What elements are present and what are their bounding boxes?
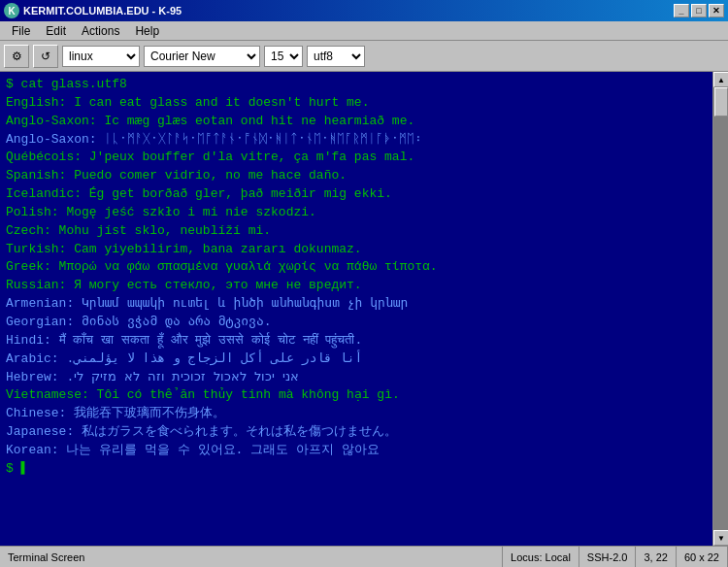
minimize-button[interactable]: _ xyxy=(674,4,689,17)
terminal-line: Vietnamese: Tôi có thể ăn thủy tinh mà k… xyxy=(6,386,707,405)
toolbar: ⚙ ↺ linux Courier New 15 utf8 xyxy=(0,41,728,72)
status-screen: Terminal Screen xyxy=(0,547,503,567)
status-ssh: SSH-2.0 xyxy=(579,547,637,567)
terminal-screen[interactable]: $ cat glass.utf8English: I can eat glass… xyxy=(0,72,712,546)
terminal-line: Japanese: 私はガラスを食べられます。それは私を傷つけません。 xyxy=(6,423,707,442)
window-controls[interactable]: _ □ ✕ xyxy=(674,4,724,17)
scroll-track[interactable] xyxy=(713,87,728,530)
menu-bar: File Edit Actions Help xyxy=(0,21,728,41)
terminal-line: Anglo-Saxon: Ic mæg glæs eotan ond hit n… xyxy=(6,113,707,131)
status-position: 3, 22 xyxy=(636,547,676,567)
font-select[interactable]: Courier New xyxy=(144,46,260,67)
maximize-button[interactable]: □ xyxy=(691,4,707,17)
terminal-line: Georgian: მინას ვჭამ და არა მტკივა. xyxy=(6,314,707,332)
terminal-line: Arabic: .أنا قادر على أكل الزجاج و هذا ل… xyxy=(6,350,707,369)
terminal-line: $ cat glass.utf8 xyxy=(6,76,707,94)
status-size: 60 x 22 xyxy=(677,547,728,567)
encoding-select[interactable]: utf8 xyxy=(307,46,365,67)
host-select[interactable]: linux xyxy=(62,46,140,67)
terminal-line: Icelandic: Ég get borðað gler, það meiði… xyxy=(6,185,707,204)
window-title: KERMIT.COLUMBIA.EDU - K-95 xyxy=(23,5,182,17)
title-bar: K KERMIT.COLUMBIA.EDU - K-95 _ □ ✕ xyxy=(0,0,728,21)
terminal-line: Hebrew: .אני יכול לאכול זכוכית וזה לא מז… xyxy=(6,369,707,387)
close-button[interactable]: ✕ xyxy=(709,4,724,17)
scroll-down-button[interactable]: ▼ xyxy=(713,530,728,546)
terminal-line: Korean: 나는 유리를 먹을 수 있어요. 그래도 아프지 않아요 xyxy=(6,442,707,460)
terminal-line: Anglo-Saxon: ᛁᚳ᛫ᛗᚨᚷ᛫ᚷᛚᚨᛋ᛫ᛖᚩᛏᚨᚾ᛫ᚩᚾᛞ᛫ᚻᛁᛏ᛫ᚾ… xyxy=(6,131,707,150)
terminal-wrapper: $ cat glass.utf8English: I can eat glass… xyxy=(0,72,728,546)
terminal-line: Québécois: J'peux bouffer d'la vitre, ça… xyxy=(6,149,707,167)
scrollbar[interactable]: ▲ ▼ xyxy=(712,72,728,546)
title-bar-left: K KERMIT.COLUMBIA.EDU - K-95 xyxy=(4,3,182,18)
terminal-line: Spanish: Puedo comer vidrio, no me hace … xyxy=(6,167,707,185)
terminal-line: Greek: Μπορώ να φάω σπασμένα γυαλιά χωρί… xyxy=(6,258,707,277)
terminal-line: $ ▌ xyxy=(6,460,707,479)
terminal-line: Armenian: Կրնամ ապակի ուտել և ինծի անհան… xyxy=(6,295,707,314)
menu-actions[interactable]: Actions xyxy=(74,22,127,40)
terminal-line: Chinese: 我能吞下玻璃而不伤身体。 xyxy=(6,405,707,423)
terminal-line: Russian: Я могу есть стекло, это мне не … xyxy=(6,277,707,295)
terminal-line: Turkish: Cam yiyebilirim, bana zararı do… xyxy=(6,241,707,259)
scroll-up-button[interactable]: ▲ xyxy=(713,72,728,87)
app-icon: K xyxy=(4,3,19,18)
status-bar: Terminal Screen Locus: Local SSH-2.0 3, … xyxy=(0,546,728,567)
menu-help[interactable]: Help xyxy=(127,22,167,40)
refresh-button[interactable]: ↺ xyxy=(33,45,58,68)
settings-button[interactable]: ⚙ xyxy=(4,45,29,68)
terminal-line: English: I can eat glass and it doesn't … xyxy=(6,94,707,113)
scroll-thumb[interactable] xyxy=(714,87,728,117)
font-size-select[interactable]: 15 xyxy=(264,46,303,67)
menu-edit[interactable]: Edit xyxy=(38,22,74,40)
terminal-line: Czech: Mohu jíst sklo, neublíží mi. xyxy=(6,222,707,241)
terminal-line: Polish: Mogę jeść szkło i mi nie szkodzi… xyxy=(6,204,707,222)
menu-file[interactable]: File xyxy=(4,22,38,40)
terminal-line: Hindi: मैं काँच खा सकता हूँ और मुझे उससे… xyxy=(6,332,707,350)
status-locus: Locus: Local xyxy=(503,547,579,567)
